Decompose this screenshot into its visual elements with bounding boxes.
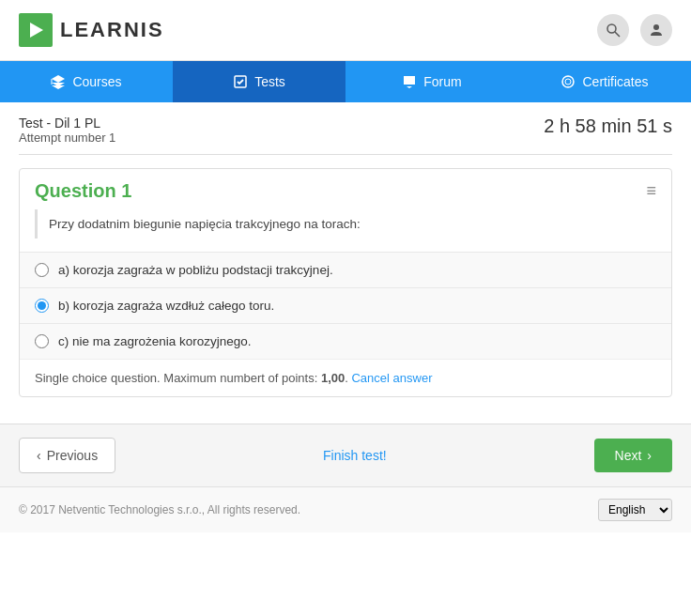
test-name: Test - Dil 1 PL — [19, 116, 115, 131]
page-footer: © 2017 Netventic Technologies s.r.o., Al… — [0, 486, 691, 532]
logo-text: LEARNIS — [60, 18, 164, 42]
language-selector[interactable]: English Polski Deutsch — [598, 499, 672, 521]
option-b-label: b) korozja zagraża wzdłuż całego toru. — [58, 299, 274, 313]
option-a-radio[interactable] — [35, 263, 49, 277]
copyright-text: © 2017 Netventic Technologies s.r.o., Al… — [19, 503, 300, 516]
nav-certificates-label: Certificates — [582, 74, 648, 89]
svg-point-3 — [653, 24, 659, 30]
nav-certificates[interactable]: Certificates — [518, 61, 691, 102]
test-meta: Test - Dil 1 PL Attempt number 1 2 h 58 … — [19, 116, 672, 145]
option-a[interactable]: a) korozja zagraża w pobliżu podstacji t… — [20, 252, 671, 287]
prev-chevron-icon: ‹ — [37, 448, 41, 463]
divider — [19, 154, 672, 155]
question-menu-icon[interactable]: ≡ — [646, 181, 656, 201]
search-button[interactable] — [597, 14, 629, 46]
logo-icon — [19, 13, 53, 47]
main-content: Test - Dil 1 PL Attempt number 1 2 h 58 … — [0, 102, 691, 424]
option-b-radio[interactable] — [35, 299, 49, 313]
svg-point-6 — [565, 79, 571, 85]
option-c-label: c) nie ma zagrożenia korozyjnego. — [58, 334, 252, 348]
next-button[interactable]: Next › — [594, 439, 672, 472]
navigation-buttons: ‹ Previous Finish test! Next › — [0, 424, 691, 486]
question-header: Question 1 ≡ — [20, 169, 671, 209]
next-label: Next — [615, 448, 642, 463]
nav-tests-label: Tests — [254, 74, 285, 89]
option-c-radio[interactable] — [35, 334, 49, 348]
test-info: Test - Dil 1 PL Attempt number 1 — [19, 116, 115, 145]
next-chevron-icon: › — [647, 448, 652, 463]
nav-courses[interactable]: Courses — [0, 61, 173, 102]
question-footer: Single choice question. Maximum numbert … — [20, 359, 671, 396]
nav-tests[interactable]: Tests — [173, 61, 346, 102]
svg-marker-0 — [30, 23, 43, 38]
main-nav: Courses Tests Forum Certificates — [0, 61, 691, 102]
question-card: Question 1 ≡ Przy dodatnim biegunie napi… — [19, 168, 672, 397]
question-title: Question 1 — [35, 180, 131, 202]
nav-courses-label: Courses — [72, 74, 121, 89]
previous-label: Previous — [47, 448, 98, 463]
option-c[interactable]: c) nie ma zagrożenia korozyjnego. — [20, 323, 671, 359]
finish-test-link[interactable]: Finish test! — [323, 448, 387, 463]
footer-text-before: Single choice question. Maximum numbert … — [35, 371, 321, 385]
header-actions — [597, 14, 672, 46]
cancel-answer-link[interactable]: Cancel answer — [351, 371, 432, 385]
svg-point-5 — [562, 76, 574, 87]
test-timer: 2 h 58 min 51 s — [544, 116, 672, 137]
app-header: LEARNIS — [0, 0, 691, 61]
previous-button[interactable]: ‹ Previous — [19, 438, 115, 473]
svg-line-2 — [615, 32, 620, 37]
nav-forum[interactable]: Forum — [346, 61, 518, 102]
option-b[interactable]: b) korozja zagraża wzdłuż całego toru. — [20, 287, 671, 323]
option-a-label: a) korozja zagraża w pobliżu podstacji t… — [58, 263, 333, 277]
nav-forum-label: Forum — [423, 74, 461, 89]
user-button[interactable] — [640, 14, 672, 46]
logo: LEARNIS — [19, 13, 164, 47]
footer-points: 1,00 — [321, 371, 345, 385]
attempt-label: Attempt number 1 — [19, 131, 115, 145]
svg-point-1 — [607, 24, 616, 33]
question-text: Przy dodatnim biegunie napięcia trakcyjn… — [35, 209, 656, 239]
